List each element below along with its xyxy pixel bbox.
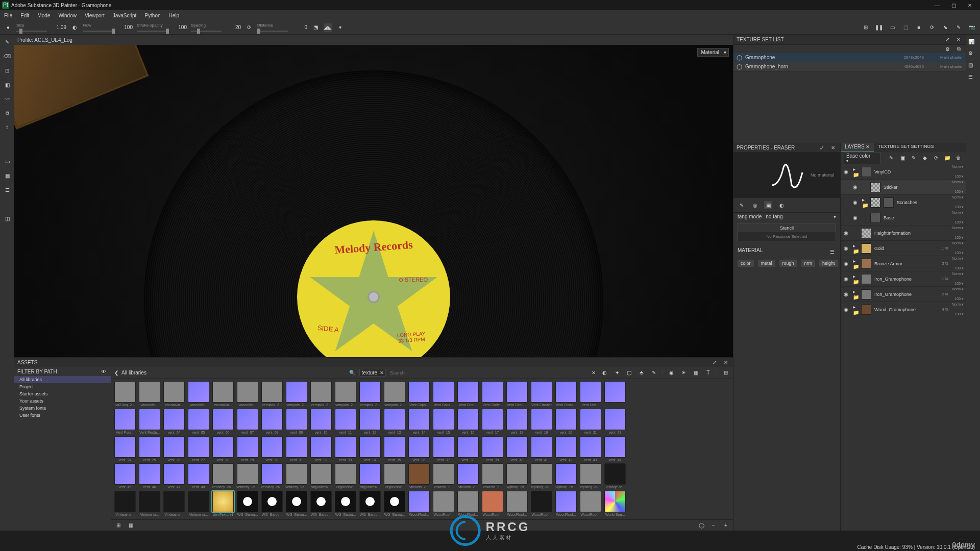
- asset-item[interactable]: vent_26: [162, 436, 186, 463]
- size-field[interactable]: Size: [16, 23, 47, 32]
- asset-item[interactable]: vent_09: [285, 409, 308, 435]
- chip-close-icon[interactable]: ✕: [380, 370, 384, 375]
- layer-mask-thumb[interactable]: [884, 197, 894, 208]
- asset-item[interactable]: vfgjoblcew...: [358, 463, 382, 490]
- asset-prev-icon[interactable]: ◯: [697, 521, 705, 530]
- eraser-tool[interactable]: ⌫: [2, 51, 12, 61]
- asset-item[interactable]: vacnalvln...: [211, 381, 235, 408]
- filter-font-icon[interactable]: T: [704, 369, 712, 377]
- layer-row[interactable]: ◉ ▸📁 VinylCD Norm ▾ 100 ▾: [841, 164, 966, 180]
- channel-nrm-button[interactable]: nrm: [801, 260, 816, 267]
- visibility-icon[interactable]: ◉: [844, 245, 850, 252]
- layer-opacity[interactable]: 100 ▾: [954, 220, 964, 224]
- brush-settings-icon[interactable]: ✎: [738, 201, 746, 209]
- viewer-settings-icon[interactable]: 📷: [968, 23, 976, 32]
- asset-item[interactable]: vent_05: [187, 409, 210, 435]
- distance-field[interactable]: Distance: [257, 23, 288, 32]
- mask-link-badge[interactable]: 4 ⧉: [942, 307, 948, 312]
- asset-item[interactable]: vent_41: [530, 436, 553, 463]
- add-folder-icon[interactable]: 📁: [943, 154, 951, 162]
- asset-item[interactable]: WG_Baroq...: [285, 491, 308, 517]
- asset-item[interactable]: vent_35: [383, 436, 406, 463]
- tsl-close-icon[interactable]: ✕: [954, 36, 963, 44]
- asset-item[interactable]: vent_34: [358, 436, 382, 463]
- layer-row[interactable]: ◉ Sticker Norm ▾ 100 ▾: [841, 180, 966, 195]
- close-button[interactable]: ✕: [966, 1, 974, 9]
- library-item[interactable]: Project: [14, 383, 111, 390]
- asset-item[interactable]: Vent Circl...: [456, 381, 480, 408]
- asset-item[interactable]: vetdlccy_2K...: [285, 463, 308, 490]
- clear-search-icon[interactable]: ✕: [590, 369, 598, 377]
- angle-icon[interactable]: ⬔: [311, 23, 320, 32]
- asset-item[interactable]: vent_19: [530, 409, 553, 435]
- add-fill-layer-icon[interactable]: ◆: [921, 154, 929, 162]
- asset-item[interactable]: vent_31: [285, 436, 308, 463]
- asset-item[interactable]: Vent Caps...: [407, 381, 431, 408]
- asset-item[interactable]: vent_20: [554, 409, 578, 435]
- asset-item[interactable]: WoodRoof...: [505, 491, 529, 517]
- layer-thumb[interactable]: [870, 197, 880, 208]
- asset-item[interactable]: WoodRoof...: [407, 491, 431, 517]
- menu-mode[interactable]: Mode: [37, 13, 50, 18]
- resource-tool-3[interactable]: ☰: [2, 185, 12, 195]
- asset-item[interactable]: vinylTexture1: [211, 491, 235, 517]
- menu-file[interactable]: File: [4, 13, 12, 18]
- view-grid-icon[interactable]: ⊞: [722, 369, 730, 377]
- asset-item[interactable]: vemjads_2...: [334, 381, 357, 408]
- asset-item[interactable]: vflxacta_2...: [432, 463, 455, 490]
- layer-row[interactable]: ◉ ▸📁 Iron_Gramophone 2 ⧉ Norm ▾ 100 ▾: [841, 287, 966, 302]
- asset-item[interactable]: vent_47: [162, 463, 186, 490]
- asset-item[interactable]: vflxacta_2...: [407, 463, 431, 490]
- layer-opacity[interactable]: 100 ▾: [954, 174, 964, 179]
- filter-env-icon[interactable]: ☀: [679, 369, 688, 377]
- asset-item[interactable]: WG_Baroq...: [236, 491, 259, 517]
- blend-mode[interactable]: Norm ▾: [952, 195, 964, 199]
- asset-item[interactable]: Vent Circular: [530, 381, 553, 408]
- library-item[interactable]: Starter assets: [14, 390, 111, 397]
- layer-row[interactable]: ◉ ▸📁 Bronze Armor 2 ⧉ Norm ▾ 100 ▾: [841, 256, 966, 271]
- asset-item[interactable]: vent_42: [554, 436, 578, 463]
- asset-item[interactable]: vent_08: [260, 409, 284, 435]
- blend-mode[interactable]: Norm ▾: [952, 272, 964, 276]
- layer-thumb[interactable]: [861, 228, 871, 238]
- mask-link-badge[interactable]: 2 ⧉: [942, 261, 948, 266]
- texture-set-row[interactable]: ◯ Gramophone_horn 4096x4096 Main shader: [733, 62, 966, 71]
- blend-mode[interactable]: Norm ▾: [952, 287, 964, 291]
- asset-item[interactable]: vflxacta_2...: [481, 463, 504, 490]
- asset-item[interactable]: WoodRoof...: [432, 491, 455, 517]
- asset-item[interactable]: vetdlccy_2K...: [211, 463, 235, 490]
- asset-item[interactable]: WG_Baroq...: [383, 491, 406, 517]
- channel-rough-button[interactable]: rough: [779, 260, 797, 267]
- polyfill-tool[interactable]: ◧: [2, 80, 12, 90]
- asset-item[interactable]: vglflarg_2K...: [530, 463, 553, 490]
- asset-item[interactable]: vent_25: [138, 436, 161, 463]
- blend-mode[interactable]: Norm ▾: [952, 257, 964, 261]
- tab-layers[interactable]: LAYERS ✕: [841, 143, 874, 152]
- camera-3d-icon[interactable]: ⬚: [901, 23, 910, 32]
- asset-item[interactable]: vfgjoblcew...: [383, 463, 406, 490]
- layer-thumb[interactable]: [861, 167, 871, 177]
- projection-tool[interactable]: ⊡: [2, 65, 12, 76]
- folder-icon[interactable]: ▸📁: [853, 258, 858, 269]
- asset-item[interactable]: vent_07: [236, 409, 259, 435]
- layer-opacity[interactable]: 100 ▾: [954, 190, 964, 194]
- asset-item[interactable]: vacnalvln...: [236, 381, 259, 408]
- blend-mode[interactable]: Norm ▾: [952, 303, 964, 307]
- pause-icon[interactable]: ❚❚: [875, 23, 883, 32]
- layer-opacity[interactable]: 100 ▾: [954, 266, 964, 270]
- visibility-icon[interactable]: ◉: [844, 230, 850, 236]
- histogram-icon[interactable]: 📊: [968, 39, 978, 44]
- asset-item[interactable]: Vent Pyra...: [113, 409, 137, 435]
- filter-filter-icon[interactable]: ⬘: [638, 369, 646, 377]
- asset-item[interactable]: vent_45: [113, 463, 137, 490]
- asset-item[interactable]: vent_37: [432, 436, 455, 463]
- asset-item[interactable]: vent_13: [383, 409, 406, 435]
- asset-item[interactable]: vent_16: [456, 409, 480, 435]
- asset-item[interactable]: Vent Cross...: [554, 381, 578, 408]
- search-chip-texture[interactable]: texture ✕: [359, 369, 386, 377]
- material-menu-icon[interactable]: ☰: [828, 247, 836, 256]
- asset-item[interactable]: WG_Baroq...: [309, 491, 333, 517]
- blend-mode[interactable]: Norm ▾: [952, 165, 964, 169]
- props-close-icon[interactable]: ✕: [829, 143, 837, 152]
- visibility-icon[interactable]: ◉: [844, 169, 850, 175]
